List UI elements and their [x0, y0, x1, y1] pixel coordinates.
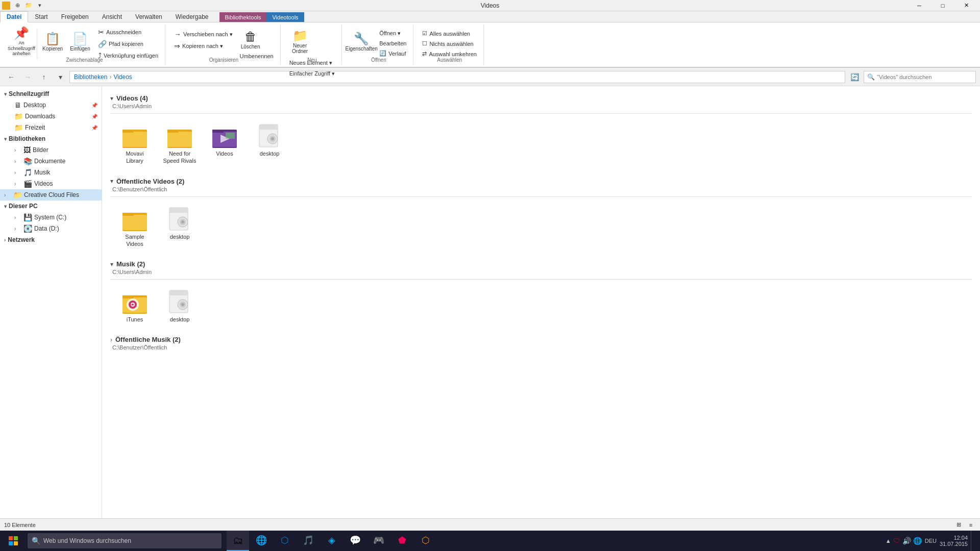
tab-start[interactable]: Start	[28, 11, 54, 22]
sidebar-item-bilder[interactable]: › 🖼 Bilder	[10, 144, 102, 156]
org-btns2: 🗑 Löschen Umbenennen	[237, 29, 276, 61]
tray-network[interactable]: 🌐	[913, 537, 922, 545]
section-header-oeffentliche-videos[interactable]: ▾ Öffentliche Videos (2)	[110, 178, 972, 185]
file-item-itunes[interactable]: ♪ iTunes	[114, 286, 155, 325]
taskbar-item-chrome[interactable]: 🌐	[250, 531, 273, 551]
file-item-desktop1[interactable]: desktop	[249, 120, 290, 167]
tab-ansicht[interactable]: Ansicht	[95, 11, 129, 22]
file-item-sample-videos[interactable]: Sample Videos	[114, 203, 155, 251]
view-details[interactable]: ≡	[966, 520, 976, 530]
tab-bibliothektools[interactable]: Bibliothektools	[219, 12, 267, 22]
clipboard-small: ✂Ausschneiden 🔗Pfad kopieren ⤴Verknüpfun…	[95, 27, 161, 61]
sidebar-item-creative-cloud[interactable]: › 📁 Creative Cloud Files	[0, 189, 102, 201]
refresh-button[interactable]: 🔄	[847, 70, 862, 84]
toggle-musik: ›	[14, 170, 21, 176]
sidebar-item-desktop[interactable]: 🖥 Desktop 📌	[10, 99, 102, 111]
taskbar-icon-itunes: 🎵	[303, 535, 314, 546]
view-large-icons[interactable]: ⊞	[953, 520, 964, 530]
tray-volume[interactable]: 🔊	[902, 537, 911, 545]
group-label-auswaehlen: Auswählen	[415, 57, 483, 63]
btn-eigenschaften[interactable]: 🔧 Eigenschaften	[348, 27, 375, 57]
sidebar-section-schnellzugriff[interactable]: ▾ Schnellzugriff	[0, 88, 102, 99]
close-button[interactable]: ✕	[954, 0, 978, 11]
up-button[interactable]: ↑	[37, 70, 51, 84]
crumb-videos[interactable]: Videos	[113, 73, 132, 81]
folder-icon-sample-videos	[121, 206, 148, 232]
svg-text:♪: ♪	[130, 302, 132, 308]
section-label-netzwerk: Netzwerk	[8, 236, 35, 243]
btn-oeffnen[interactable]: Öffnen ▾	[377, 29, 409, 38]
qat-properties[interactable]: ⊕	[12, 1, 22, 11]
toggle-videos: ›	[14, 181, 21, 187]
tab-verwalten[interactable]: Verwalten	[129, 11, 169, 22]
section-header-videos[interactable]: ▾ Videos (4)	[110, 94, 972, 102]
forward-button[interactable]: →	[20, 70, 35, 84]
search-input[interactable]	[877, 74, 972, 80]
taskbar-item-app8[interactable]: ⬟	[391, 531, 413, 551]
btn-einfacher[interactable]: Einfacher Zugriff ▾	[287, 69, 338, 79]
tray-expand[interactable]: ▲	[886, 538, 891, 544]
sidebar-section-dieser-pc[interactable]: ▾ Dieser PC	[0, 201, 102, 212]
taskbar-item-app5[interactable]: ◈	[321, 531, 343, 551]
taskbar-item-steam[interactable]: 🎮	[368, 531, 390, 551]
taskbar-item-app9[interactable]: ⬡	[414, 531, 437, 551]
sidebar-item-musik[interactable]: › 🎵 Musik	[10, 167, 102, 178]
sidebar-item-data-d[interactable]: › 💽 Data (D:)	[10, 223, 102, 234]
crumb-bibliotheken[interactable]: Bibliotheken	[74, 73, 107, 81]
file-item-movavi[interactable]: Movavi Library	[114, 120, 155, 167]
btn-neuer-ordner[interactable]: 📁 Neuer Ordner	[287, 27, 313, 57]
show-desktop[interactable]	[971, 531, 974, 551]
sidebar-item-freizeit[interactable]: 📁 Freizeit 📌	[10, 122, 102, 133]
file-item-desktop2[interactable]: desktop	[159, 203, 200, 251]
recent-locations[interactable]: ▾	[53, 70, 67, 84]
tab-freigeben[interactable]: Freigeben	[55, 11, 95, 22]
qat-dropdown[interactable]: ▾	[35, 1, 45, 11]
path-sep: ›	[109, 73, 111, 81]
qat-new-folder[interactable]: 📁	[23, 1, 34, 11]
taskbar-item-skype[interactable]: 💬	[344, 531, 366, 551]
file-item-videos[interactable]: Videos	[204, 120, 245, 167]
btn-kopieren-nach[interactable]: ⇒Kopieren nach ▾	[172, 40, 235, 52]
pin-icon: 📌	[14, 27, 29, 39]
clock-date: 31.07.2015	[940, 541, 968, 547]
btn-pfad-kopieren[interactable]: 🔗Pfad kopieren	[95, 38, 161, 49]
section-toggle-oeffentliche-musik: ›	[110, 336, 112, 343]
section-header-oeffentliche-musik[interactable]: › Öffentliche Musik (2)	[110, 336, 972, 343]
sidebar-item-videos[interactable]: › 🎬 Videos	[10, 178, 102, 189]
address-path[interactable]: Bibliotheken › Videos	[69, 71, 845, 83]
back-button[interactable]: ←	[4, 70, 18, 84]
taskbar-item-edge[interactable]: ⬡	[274, 531, 296, 551]
taskbar-item-explorer[interactable]: 🗂	[227, 531, 249, 551]
tab-datei[interactable]: Datei	[0, 11, 28, 22]
taskbar-items: 🗂 🌐 ⬡ 🎵 ◈ 💬 🎮 ⬟ ⬡	[227, 531, 437, 551]
btn-nichts-auswaehlen[interactable]: ☐Nichts auswählen	[420, 39, 479, 48]
taskbar-search[interactable]: 🔍 Web und Windows durchsuchen	[28, 533, 222, 548]
section-header-musik[interactable]: ▾ Musik (2)	[110, 260, 972, 268]
sidebar-item-downloads[interactable]: 📁 Downloads 📌	[10, 111, 102, 122]
start-button[interactable]	[2, 531, 24, 551]
btn-loeschen[interactable]: 🗑 Löschen	[237, 29, 264, 51]
file-item-nfs[interactable]: Need for Speed Rivals	[159, 120, 200, 167]
minimize-button[interactable]: ─	[908, 0, 931, 11]
sidebar-item-system-c[interactable]: › 💾 System (C:)	[10, 212, 102, 223]
tab-wiedergabe[interactable]: Wiedergabe	[169, 11, 215, 22]
btn-verschieben[interactable]: →Verschieben nach ▾	[172, 29, 235, 40]
sidebar-section-netzwerk[interactable]: › Netzwerk	[0, 234, 102, 245]
taskbar-icon-app8: ⬟	[398, 535, 406, 546]
sidebar-item-dokumente[interactable]: › 📚 Dokumente	[10, 156, 102, 167]
file-item-desktop3[interactable]: desktop	[159, 286, 200, 325]
sidebar-section-bibliotheken[interactable]: ▾ Bibliotheken	[0, 133, 102, 144]
btn-anheften[interactable]: 📌 An Schnellzugriff anheften	[8, 27, 35, 57]
btn-einfuegen[interactable]: 📄 Einfügen	[67, 27, 93, 57]
taskbar-item-itunes[interactable]: 🎵	[297, 531, 320, 551]
tab-videotools[interactable]: Videotools	[266, 12, 304, 22]
btn-kopieren[interactable]: 📋 Kopieren	[39, 27, 66, 57]
new-folder-icon: 📁	[292, 30, 308, 42]
taskbar-clock[interactable]: 12:04 31.07.2015	[940, 535, 968, 547]
schnellzugriff-children: 🖥 Desktop 📌 📁 Downloads 📌 📁 Freizeit 📌	[0, 99, 102, 133]
btn-ausschneiden[interactable]: ✂Ausschneiden	[95, 27, 161, 38]
btn-bearbeiten[interactable]: Bearbeiten	[377, 39, 409, 48]
section-toggle-videos: ▾	[110, 95, 113, 102]
btn-alles-auswaehlen[interactable]: ☑Alles auswählen	[420, 29, 479, 38]
maximize-button[interactable]: □	[931, 0, 954, 11]
